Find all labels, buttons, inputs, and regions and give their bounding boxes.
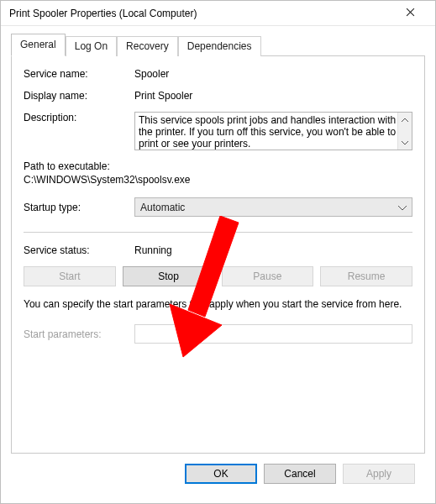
label-service-status: Service status:: [24, 244, 134, 256]
help-text: You can specify the start parameters tha…: [24, 298, 412, 311]
label-path: Path to executable:: [24, 160, 412, 172]
value-display-name: Print Spooler: [134, 90, 412, 102]
ok-button[interactable]: OK: [185, 464, 257, 484]
label-start-parameters: Start parameters:: [24, 328, 134, 340]
label-description: Description:: [24, 112, 134, 150]
description-text: This service spools print jobs and handl…: [139, 114, 396, 150]
stop-button[interactable]: Stop: [123, 266, 215, 286]
scroll-up-button[interactable]: [398, 113, 412, 127]
tab-logon[interactable]: Log On: [66, 36, 117, 56]
tab-general[interactable]: General: [11, 34, 66, 56]
tabstrip: General Log On Recovery Dependencies: [11, 34, 425, 55]
close-icon: [406, 8, 415, 19]
dialog-buttons: OK Cancel Apply: [11, 454, 425, 494]
cancel-button[interactable]: Cancel: [264, 464, 336, 484]
chevron-down-icon: [402, 137, 408, 149]
value-service-status: Running: [134, 244, 412, 256]
path-block: Path to executable: C:\WINDOWS\System32\…: [24, 160, 412, 186]
client-area: General Log On Recovery Dependencies Ser…: [1, 26, 435, 494]
resume-button: Resume: [320, 266, 412, 286]
close-button[interactable]: [391, 1, 428, 26]
pause-button: Pause: [222, 266, 314, 286]
start-parameters-input: [134, 324, 412, 344]
startup-type-dropdown[interactable]: Automatic: [134, 197, 412, 217]
apply-button: Apply: [343, 464, 415, 484]
startup-type-value: Automatic: [140, 202, 185, 213]
annotation-arrow: [155, 216, 255, 367]
titlebar: Print Spooler Properties (Local Computer…: [1, 1, 435, 26]
description-scrollbar[interactable]: [397, 113, 412, 150]
label-display-name: Display name:: [24, 90, 134, 102]
tab-recovery[interactable]: Recovery: [117, 36, 178, 56]
label-service-name: Service name:: [24, 68, 134, 80]
window-title: Print Spooler Properties (Local Computer…: [9, 8, 391, 19]
label-startup-type: Startup type:: [24, 202, 134, 213]
tabpage-general: Service name: Spooler Display name: Prin…: [11, 55, 425, 454]
scroll-down-button[interactable]: [398, 135, 412, 150]
start-button: Start: [24, 266, 116, 286]
value-service-name: Spooler: [134, 68, 412, 80]
tab-dependencies[interactable]: Dependencies: [178, 36, 261, 56]
chevron-down-icon: [398, 202, 407, 213]
separator: [24, 232, 412, 233]
chevron-up-icon: [402, 114, 408, 126]
service-control-buttons: Start Stop Pause Resume: [24, 266, 412, 286]
description-textbox[interactable]: This service spools print jobs and handl…: [134, 112, 412, 150]
value-path: C:\WINDOWS\System32\spoolsv.exe: [24, 174, 412, 186]
